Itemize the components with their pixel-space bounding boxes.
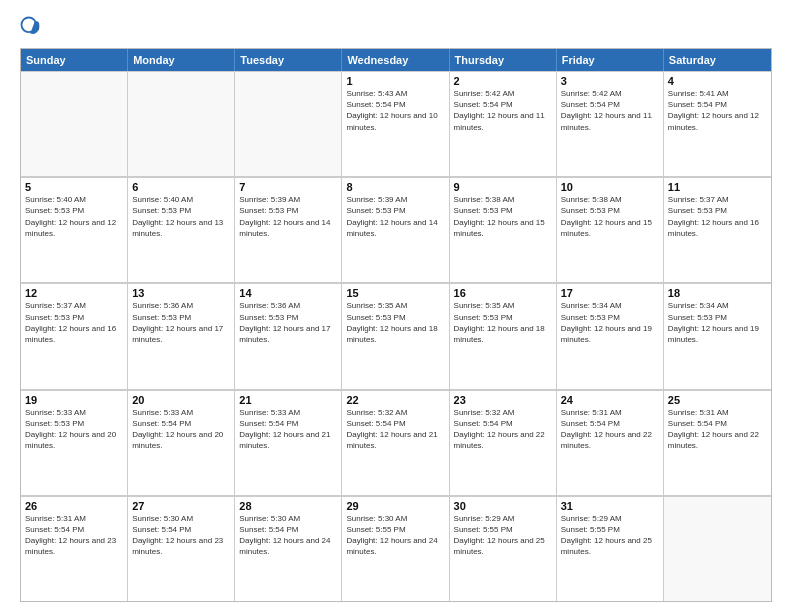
calendar-body: 1Sunrise: 5:43 AMSunset: 5:54 PMDaylight… — [21, 71, 771, 601]
day-cell-31: 31Sunrise: 5:29 AMSunset: 5:55 PMDayligh… — [557, 496, 664, 601]
calendar-header: SundayMondayTuesdayWednesdayThursdayFrid… — [21, 49, 771, 71]
cell-info: Sunrise: 5:31 AMSunset: 5:54 PMDaylight:… — [668, 407, 767, 452]
day-number: 30 — [454, 500, 552, 512]
day-number: 7 — [239, 181, 337, 193]
empty-cell — [235, 71, 342, 176]
day-number: 23 — [454, 394, 552, 406]
day-cell-15: 15Sunrise: 5:35 AMSunset: 5:53 PMDayligh… — [342, 283, 449, 388]
day-cell-4: 4Sunrise: 5:41 AMSunset: 5:54 PMDaylight… — [664, 71, 771, 176]
cell-info: Sunrise: 5:43 AMSunset: 5:54 PMDaylight:… — [346, 88, 444, 133]
day-header-tuesday: Tuesday — [235, 49, 342, 71]
cell-info: Sunrise: 5:38 AMSunset: 5:53 PMDaylight:… — [561, 194, 659, 239]
cell-info: Sunrise: 5:37 AMSunset: 5:53 PMDaylight:… — [25, 300, 123, 345]
day-cell-9: 9Sunrise: 5:38 AMSunset: 5:53 PMDaylight… — [450, 177, 557, 282]
day-number: 17 — [561, 287, 659, 299]
cell-info: Sunrise: 5:30 AMSunset: 5:55 PMDaylight:… — [346, 513, 444, 558]
day-cell-25: 25Sunrise: 5:31 AMSunset: 5:54 PMDayligh… — [664, 390, 771, 495]
day-number: 19 — [25, 394, 123, 406]
logo-icon — [20, 16, 42, 38]
day-number: 9 — [454, 181, 552, 193]
day-number: 22 — [346, 394, 444, 406]
day-number: 11 — [668, 181, 767, 193]
day-header-wednesday: Wednesday — [342, 49, 449, 71]
day-number: 1 — [346, 75, 444, 87]
calendar-week-5: 26Sunrise: 5:31 AMSunset: 5:54 PMDayligh… — [21, 496, 771, 601]
day-cell-27: 27Sunrise: 5:30 AMSunset: 5:54 PMDayligh… — [128, 496, 235, 601]
day-number: 27 — [132, 500, 230, 512]
day-number: 15 — [346, 287, 444, 299]
day-cell-2: 2Sunrise: 5:42 AMSunset: 5:54 PMDaylight… — [450, 71, 557, 176]
day-cell-10: 10Sunrise: 5:38 AMSunset: 5:53 PMDayligh… — [557, 177, 664, 282]
day-number: 29 — [346, 500, 444, 512]
day-number: 2 — [454, 75, 552, 87]
cell-info: Sunrise: 5:34 AMSunset: 5:53 PMDaylight:… — [668, 300, 767, 345]
day-cell-29: 29Sunrise: 5:30 AMSunset: 5:55 PMDayligh… — [342, 496, 449, 601]
day-number: 25 — [668, 394, 767, 406]
cell-info: Sunrise: 5:32 AMSunset: 5:54 PMDaylight:… — [454, 407, 552, 452]
day-cell-23: 23Sunrise: 5:32 AMSunset: 5:54 PMDayligh… — [450, 390, 557, 495]
calendar: SundayMondayTuesdayWednesdayThursdayFrid… — [20, 48, 772, 602]
day-cell-24: 24Sunrise: 5:31 AMSunset: 5:54 PMDayligh… — [557, 390, 664, 495]
day-cell-12: 12Sunrise: 5:37 AMSunset: 5:53 PMDayligh… — [21, 283, 128, 388]
page-header — [20, 16, 772, 38]
day-cell-20: 20Sunrise: 5:33 AMSunset: 5:54 PMDayligh… — [128, 390, 235, 495]
day-cell-16: 16Sunrise: 5:35 AMSunset: 5:53 PMDayligh… — [450, 283, 557, 388]
day-number: 8 — [346, 181, 444, 193]
cell-info: Sunrise: 5:39 AMSunset: 5:53 PMDaylight:… — [239, 194, 337, 239]
cell-info: Sunrise: 5:33 AMSunset: 5:54 PMDaylight:… — [239, 407, 337, 452]
day-cell-3: 3Sunrise: 5:42 AMSunset: 5:54 PMDaylight… — [557, 71, 664, 176]
day-cell-1: 1Sunrise: 5:43 AMSunset: 5:54 PMDaylight… — [342, 71, 449, 176]
day-cell-13: 13Sunrise: 5:36 AMSunset: 5:53 PMDayligh… — [128, 283, 235, 388]
day-cell-8: 8Sunrise: 5:39 AMSunset: 5:53 PMDaylight… — [342, 177, 449, 282]
cell-info: Sunrise: 5:40 AMSunset: 5:53 PMDaylight:… — [132, 194, 230, 239]
day-number: 24 — [561, 394, 659, 406]
cell-info: Sunrise: 5:31 AMSunset: 5:54 PMDaylight:… — [561, 407, 659, 452]
day-cell-5: 5Sunrise: 5:40 AMSunset: 5:53 PMDaylight… — [21, 177, 128, 282]
day-cell-30: 30Sunrise: 5:29 AMSunset: 5:55 PMDayligh… — [450, 496, 557, 601]
day-cell-19: 19Sunrise: 5:33 AMSunset: 5:53 PMDayligh… — [21, 390, 128, 495]
empty-cell — [128, 71, 235, 176]
day-number: 18 — [668, 287, 767, 299]
day-cell-11: 11Sunrise: 5:37 AMSunset: 5:53 PMDayligh… — [664, 177, 771, 282]
cell-info: Sunrise: 5:42 AMSunset: 5:54 PMDaylight:… — [454, 88, 552, 133]
cell-info: Sunrise: 5:35 AMSunset: 5:53 PMDaylight:… — [454, 300, 552, 345]
day-cell-26: 26Sunrise: 5:31 AMSunset: 5:54 PMDayligh… — [21, 496, 128, 601]
cell-info: Sunrise: 5:39 AMSunset: 5:53 PMDaylight:… — [346, 194, 444, 239]
day-number: 13 — [132, 287, 230, 299]
day-header-monday: Monday — [128, 49, 235, 71]
day-cell-22: 22Sunrise: 5:32 AMSunset: 5:54 PMDayligh… — [342, 390, 449, 495]
cell-info: Sunrise: 5:42 AMSunset: 5:54 PMDaylight:… — [561, 88, 659, 133]
day-header-saturday: Saturday — [664, 49, 771, 71]
calendar-week-2: 5Sunrise: 5:40 AMSunset: 5:53 PMDaylight… — [21, 177, 771, 283]
day-cell-14: 14Sunrise: 5:36 AMSunset: 5:53 PMDayligh… — [235, 283, 342, 388]
day-number: 28 — [239, 500, 337, 512]
cell-info: Sunrise: 5:36 AMSunset: 5:53 PMDaylight:… — [239, 300, 337, 345]
cell-info: Sunrise: 5:35 AMSunset: 5:53 PMDaylight:… — [346, 300, 444, 345]
cell-info: Sunrise: 5:30 AMSunset: 5:54 PMDaylight:… — [132, 513, 230, 558]
calendar-week-3: 12Sunrise: 5:37 AMSunset: 5:53 PMDayligh… — [21, 283, 771, 389]
cell-info: Sunrise: 5:31 AMSunset: 5:54 PMDaylight:… — [25, 513, 123, 558]
day-cell-6: 6Sunrise: 5:40 AMSunset: 5:53 PMDaylight… — [128, 177, 235, 282]
empty-cell — [664, 496, 771, 601]
day-number: 14 — [239, 287, 337, 299]
day-header-friday: Friday — [557, 49, 664, 71]
day-number: 31 — [561, 500, 659, 512]
empty-cell — [21, 71, 128, 176]
day-number: 26 — [25, 500, 123, 512]
day-cell-21: 21Sunrise: 5:33 AMSunset: 5:54 PMDayligh… — [235, 390, 342, 495]
day-number: 16 — [454, 287, 552, 299]
day-number: 6 — [132, 181, 230, 193]
cell-info: Sunrise: 5:40 AMSunset: 5:53 PMDaylight:… — [25, 194, 123, 239]
day-number: 5 — [25, 181, 123, 193]
day-header-thursday: Thursday — [450, 49, 557, 71]
cell-info: Sunrise: 5:33 AMSunset: 5:53 PMDaylight:… — [25, 407, 123, 452]
cell-info: Sunrise: 5:37 AMSunset: 5:53 PMDaylight:… — [668, 194, 767, 239]
day-number: 21 — [239, 394, 337, 406]
cell-info: Sunrise: 5:34 AMSunset: 5:53 PMDaylight:… — [561, 300, 659, 345]
cell-info: Sunrise: 5:33 AMSunset: 5:54 PMDaylight:… — [132, 407, 230, 452]
cell-info: Sunrise: 5:38 AMSunset: 5:53 PMDaylight:… — [454, 194, 552, 239]
day-cell-17: 17Sunrise: 5:34 AMSunset: 5:53 PMDayligh… — [557, 283, 664, 388]
day-number: 4 — [668, 75, 767, 87]
day-number: 3 — [561, 75, 659, 87]
cell-info: Sunrise: 5:29 AMSunset: 5:55 PMDaylight:… — [561, 513, 659, 558]
